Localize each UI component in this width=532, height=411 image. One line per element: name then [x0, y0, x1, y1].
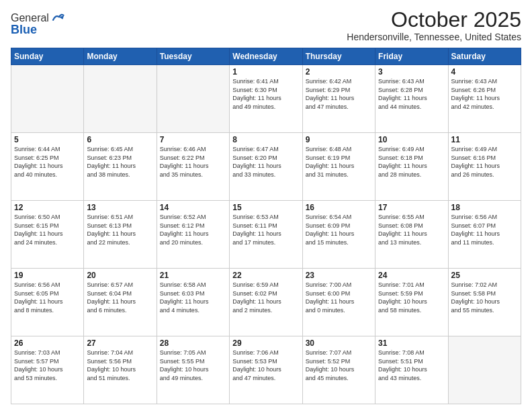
day-number: 23 — [306, 271, 372, 280]
day-number: 17 — [378, 203, 445, 212]
day-info: Sunrise: 6:45 AMSunset: 6:23 PMDaylight:… — [87, 145, 153, 179]
day-info: Sunrise: 6:44 AMSunset: 6:25 PMDaylight:… — [14, 145, 81, 179]
day-info: Sunrise: 6:50 AMSunset: 6:15 PMDaylight:… — [14, 213, 81, 246]
day-number: 7 — [160, 135, 226, 144]
day-header-monday: Monday — [84, 48, 157, 65]
day-info: Sunrise: 7:01 AMSunset: 5:59 PMDaylight:… — [378, 281, 445, 314]
day-number: 9 — [306, 135, 372, 144]
day-info: Sunrise: 6:57 AMSunset: 6:04 PMDaylight:… — [87, 281, 153, 314]
week-row-4: 26Sunrise: 7:03 AMSunset: 5:57 PMDayligh… — [11, 336, 521, 404]
day-number: 27 — [87, 338, 153, 348]
day-header-saturday: Saturday — [448, 48, 521, 65]
day-number: 15 — [232, 203, 299, 212]
calendar-cell: 27Sunrise: 7:04 AMSunset: 5:56 PMDayligh… — [84, 336, 157, 404]
day-header-tuesday: Tuesday — [157, 48, 229, 65]
calendar-cell: 22Sunrise: 6:59 AMSunset: 6:02 PMDayligh… — [230, 269, 302, 336]
day-info: Sunrise: 6:54 AMSunset: 6:09 PMDaylight:… — [306, 213, 372, 246]
calendar-cell — [84, 65, 157, 133]
day-info: Sunrise: 7:00 AMSunset: 6:00 PMDaylight:… — [306, 281, 372, 314]
day-info: Sunrise: 7:08 AMSunset: 5:51 PMDaylight:… — [378, 349, 445, 382]
calendar-cell: 12Sunrise: 6:50 AMSunset: 6:15 PMDayligh… — [11, 201, 84, 269]
day-header-friday: Friday — [375, 48, 448, 65]
calendar-cell: 7Sunrise: 6:46 AMSunset: 6:22 PMDaylight… — [157, 133, 229, 201]
day-info: Sunrise: 6:42 AMSunset: 6:29 PMDaylight:… — [306, 77, 372, 111]
day-number: 8 — [232, 135, 299, 144]
calendar-cell: 3Sunrise: 6:43 AMSunset: 6:28 PMDaylight… — [375, 65, 448, 133]
day-number: 29 — [232, 338, 299, 348]
day-number: 1 — [232, 67, 299, 77]
calendar-cell: 1Sunrise: 6:41 AMSunset: 6:30 PMDaylight… — [230, 65, 302, 133]
calendar-cell: 2Sunrise: 6:42 AMSunset: 6:29 PMDaylight… — [302, 65, 375, 133]
calendar-cell: 26Sunrise: 7:03 AMSunset: 5:57 PMDayligh… — [11, 336, 84, 404]
week-row-2: 12Sunrise: 6:50 AMSunset: 6:15 PMDayligh… — [11, 201, 521, 269]
day-info: Sunrise: 6:49 AMSunset: 6:18 PMDaylight:… — [378, 145, 445, 179]
calendar-cell: 13Sunrise: 6:51 AMSunset: 6:13 PMDayligh… — [84, 201, 157, 269]
calendar-cell: 5Sunrise: 6:44 AMSunset: 6:25 PMDaylight… — [11, 133, 84, 201]
calendar-cell: 17Sunrise: 6:55 AMSunset: 6:08 PMDayligh… — [375, 201, 448, 269]
calendar-header-row: SundayMondayTuesdayWednesdayThursdayFrid… — [11, 48, 521, 65]
calendar-cell: 30Sunrise: 7:07 AMSunset: 5:52 PMDayligh… — [302, 336, 375, 404]
logo: General Blue — [11, 11, 65, 37]
day-info: Sunrise: 7:02 AMSunset: 5:58 PMDaylight:… — [451, 281, 518, 314]
day-info: Sunrise: 6:48 AMSunset: 6:19 PMDaylight:… — [306, 145, 372, 179]
day-number: 26 — [14, 338, 81, 348]
calendar-cell: 14Sunrise: 6:52 AMSunset: 6:12 PMDayligh… — [157, 201, 229, 269]
day-number: 14 — [160, 203, 226, 212]
day-info: Sunrise: 6:53 AMSunset: 6:11 PMDaylight:… — [232, 213, 299, 246]
day-header-thursday: Thursday — [302, 48, 375, 65]
day-info: Sunrise: 6:43 AMSunset: 6:28 PMDaylight:… — [378, 77, 445, 111]
header: General Blue October 2025 Hendersonville… — [11, 8, 521, 42]
day-info: Sunrise: 7:03 AMSunset: 5:57 PMDaylight:… — [14, 349, 81, 382]
day-info: Sunrise: 6:47 AMSunset: 6:20 PMDaylight:… — [232, 145, 299, 179]
day-number: 2 — [306, 67, 372, 77]
calendar-cell — [157, 65, 229, 133]
day-info: Sunrise: 6:43 AMSunset: 6:26 PMDaylight:… — [451, 77, 518, 111]
calendar-cell: 20Sunrise: 6:57 AMSunset: 6:04 PMDayligh… — [84, 269, 157, 336]
day-number: 19 — [14, 271, 81, 280]
day-info: Sunrise: 6:46 AMSunset: 6:22 PMDaylight:… — [160, 145, 226, 179]
calendar-cell: 29Sunrise: 7:06 AMSunset: 5:53 PMDayligh… — [230, 336, 302, 404]
day-info: Sunrise: 7:04 AMSunset: 5:56 PMDaylight:… — [87, 349, 153, 382]
calendar-cell: 16Sunrise: 6:54 AMSunset: 6:09 PMDayligh… — [302, 201, 375, 269]
location: Hendersonville, Tennessee, United States — [347, 32, 521, 42]
calendar-cell: 9Sunrise: 6:48 AMSunset: 6:19 PMDaylight… — [302, 133, 375, 201]
day-info: Sunrise: 6:58 AMSunset: 6:03 PMDaylight:… — [160, 281, 226, 314]
day-number: 16 — [306, 203, 372, 212]
calendar-cell: 24Sunrise: 7:01 AMSunset: 5:59 PMDayligh… — [375, 269, 448, 336]
week-row-3: 19Sunrise: 6:56 AMSunset: 6:05 PMDayligh… — [11, 269, 521, 336]
day-number: 25 — [451, 271, 518, 280]
calendar-cell: 18Sunrise: 6:56 AMSunset: 6:07 PMDayligh… — [448, 201, 521, 269]
day-info: Sunrise: 6:52 AMSunset: 6:12 PMDaylight:… — [160, 213, 226, 246]
week-row-0: 1Sunrise: 6:41 AMSunset: 6:30 PMDaylight… — [11, 65, 521, 133]
day-number: 3 — [378, 67, 445, 77]
calendar-cell: 10Sunrise: 6:49 AMSunset: 6:18 PMDayligh… — [375, 133, 448, 201]
day-info: Sunrise: 6:49 AMSunset: 6:16 PMDaylight:… — [451, 145, 518, 179]
calendar-cell — [448, 336, 521, 404]
calendar-cell: 6Sunrise: 6:45 AMSunset: 6:23 PMDaylight… — [84, 133, 157, 201]
day-number: 5 — [14, 135, 81, 144]
week-row-1: 5Sunrise: 6:44 AMSunset: 6:25 PMDaylight… — [11, 133, 521, 201]
calendar: SundayMondayTuesdayWednesdayThursdayFrid… — [11, 48, 521, 404]
day-number: 30 — [306, 338, 372, 348]
day-number: 13 — [87, 203, 153, 212]
calendar-cell: 31Sunrise: 7:08 AMSunset: 5:51 PMDayligh… — [375, 336, 448, 404]
day-number: 10 — [378, 135, 445, 144]
logo-icon — [50, 11, 65, 26]
month-title: October 2025 — [347, 8, 521, 32]
calendar-cell: 8Sunrise: 6:47 AMSunset: 6:20 PMDaylight… — [230, 133, 302, 201]
day-info: Sunrise: 6:56 AMSunset: 6:05 PMDaylight:… — [14, 281, 81, 314]
day-number: 21 — [160, 271, 226, 280]
day-number: 6 — [87, 135, 153, 144]
day-number: 24 — [378, 271, 445, 280]
day-info: Sunrise: 6:59 AMSunset: 6:02 PMDaylight:… — [232, 281, 299, 314]
calendar-cell: 21Sunrise: 6:58 AMSunset: 6:03 PMDayligh… — [157, 269, 229, 336]
day-info: Sunrise: 7:05 AMSunset: 5:55 PMDaylight:… — [160, 349, 226, 382]
calendar-cell: 25Sunrise: 7:02 AMSunset: 5:58 PMDayligh… — [448, 269, 521, 336]
day-number: 4 — [451, 67, 518, 77]
day-info: Sunrise: 6:51 AMSunset: 6:13 PMDaylight:… — [87, 213, 153, 246]
day-info: Sunrise: 7:06 AMSunset: 5:53 PMDaylight:… — [232, 349, 299, 382]
day-info: Sunrise: 6:41 AMSunset: 6:30 PMDaylight:… — [232, 77, 299, 111]
day-header-sunday: Sunday — [11, 48, 84, 65]
page: General Blue October 2025 Hendersonville… — [0, 0, 532, 411]
calendar-cell: 15Sunrise: 6:53 AMSunset: 6:11 PMDayligh… — [230, 201, 302, 269]
